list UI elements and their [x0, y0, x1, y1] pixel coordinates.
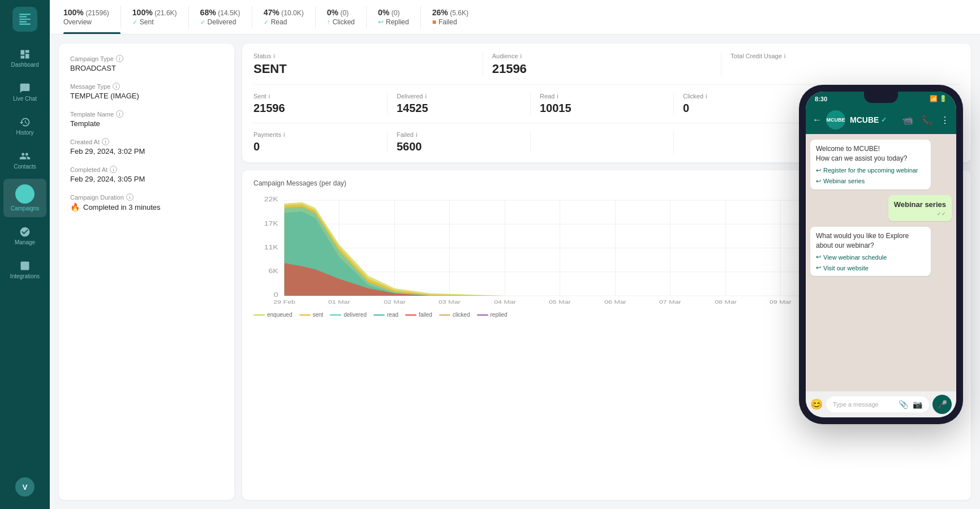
template-name-info-icon[interactable]: i: [116, 110, 123, 118]
legend-read-color: [373, 314, 385, 316]
metric-failed: Failed i 5600: [388, 131, 531, 153]
campaign-type-info-icon[interactable]: i: [116, 55, 123, 62]
phone-back-button[interactable]: ←: [813, 115, 822, 125]
clicked-value: 0: [683, 102, 807, 115]
stat-failed[interactable]: 26% (5.6K) ■ Failed: [421, 6, 480, 28]
read-label: Read: [540, 93, 555, 100]
message-type-value: TEMPLATE (IMAGE): [70, 92, 223, 100]
voice-call-icon[interactable]: 📞: [921, 115, 932, 126]
stat-read-pct: 47%: [264, 8, 280, 17]
phone-input-placeholder: Type a message: [833, 401, 894, 408]
delivered-info-icon[interactable]: i: [425, 93, 426, 100]
failed-info-icon[interactable]: i: [416, 131, 417, 138]
sidebar-item-integrations[interactable]: Integrations: [3, 255, 46, 285]
stat-read[interactable]: 47% (10.0K) ✓ Read: [252, 6, 316, 28]
sent-info-icon[interactable]: i: [269, 93, 270, 100]
stat-failed-label: Failed: [439, 18, 457, 26]
duration-info-icon[interactable]: i: [126, 193, 134, 201]
stat-delivered[interactable]: 68% (14.5K) ✓ Delivered: [189, 6, 252, 28]
credit-info-icon[interactable]: i: [784, 53, 785, 59]
completed-at-label: Completed At: [70, 166, 108, 173]
sidebar-item-label: Integrations: [10, 273, 40, 279]
sidebar-item-manage[interactable]: Manage: [3, 221, 46, 251]
chat-link-1[interactable]: Register for the upcoming webinar: [816, 167, 925, 174]
failed-label: Failed: [397, 131, 414, 138]
payments-label: Payments: [253, 131, 281, 138]
phone-inner: 8:30 📶 🔋 ← MCUBE MCUBE ✓ 📹 📞: [806, 92, 956, 417]
stat-overview[interactable]: 100% (21596) Overview: [63, 6, 121, 28]
read-info-icon[interactable]: i: [557, 93, 558, 100]
livechat-icon: [19, 83, 31, 94]
stat-replied[interactable]: 0% (0) ↩ Replied: [367, 6, 421, 28]
sidebar-item-dashboard[interactable]: Dashboard: [3, 43, 46, 74]
payments-value: 0: [253, 140, 378, 153]
phone-header: ← MCUBE MCUBE ✓ 📹 📞 ⋮: [806, 106, 956, 134]
camera-icon[interactable]: 📷: [913, 400, 922, 409]
stat-clicked-label: Clicked: [333, 18, 355, 26]
sidebar-item-history[interactable]: History: [3, 111, 46, 141]
legend-delivered-color: [330, 314, 341, 316]
integrations-icon: [19, 260, 31, 271]
failed-value: 5600: [397, 140, 521, 153]
status-info-icon[interactable]: i: [273, 53, 274, 59]
created-at-info-icon[interactable]: i: [102, 138, 109, 145]
stat-sent-pct: 100%: [132, 8, 153, 17]
logo-icon: [18, 12, 32, 27]
legend-replied: replied: [477, 312, 508, 318]
completed-at-info-icon[interactable]: i: [110, 166, 117, 173]
metric-delivered: Delivered i 14525: [388, 93, 531, 115]
payments-info-icon[interactable]: i: [283, 131, 285, 138]
stat-replied-label: Replied: [386, 18, 409, 26]
legend-enqueued: enqueued: [253, 312, 293, 318]
user-avatar[interactable]: V: [15, 477, 35, 497]
clicked-info-icon[interactable]: i: [706, 93, 707, 100]
sidebar-nav: Dashboard Live Chat History Contacts: [0, 43, 50, 477]
audience-info-icon[interactable]: i: [521, 53, 522, 59]
duration-fire-icon: 🔥: [70, 202, 80, 212]
legend-failed: failed: [405, 312, 432, 318]
verified-icon: ✓: [881, 116, 887, 124]
stat-failed-num: (5.6K): [450, 9, 468, 17]
legend-delivered: delivered: [330, 312, 367, 318]
video-call-icon[interactable]: 📹: [902, 115, 913, 126]
stat-sent[interactable]: 100% (21.6K) ✓ Sent: [121, 6, 189, 28]
mic-button[interactable]: 🎤: [932, 395, 952, 414]
phone-message-input[interactable]: Type a message 📎 📷: [826, 396, 929, 412]
metric-audience: Audience i 21596: [483, 53, 722, 76]
campaigns-icon: [20, 189, 29, 199]
metric-payments: Payments i 0: [253, 131, 388, 153]
stat-replied-num: (0): [392, 9, 400, 17]
stat-read-label: Read: [271, 18, 287, 26]
contact-avatar: MCUBE: [826, 110, 845, 130]
legend-enqueued-color: [253, 314, 265, 316]
svg-text:29 Feb: 29 Feb: [273, 299, 295, 305]
svg-text:02 Mar: 02 Mar: [384, 299, 406, 305]
chat-link-3[interactable]: View webinar schedule: [816, 253, 925, 261]
duration-label: Campaign Duration: [70, 194, 124, 201]
delivered-value: 14525: [397, 102, 521, 115]
phone-time: 8:30: [815, 96, 827, 102]
stat-clicked[interactable]: 0% (0) ↑ Clicked: [316, 6, 367, 28]
sidebar-item-label: Dashboard: [11, 62, 39, 68]
stat-overview-label: Overview: [63, 18, 92, 26]
attachment-icon[interactable]: 📎: [899, 400, 908, 409]
sidebar-item-livechat[interactable]: Live Chat: [3, 77, 46, 107]
stat-overview-num: (21596): [85, 9, 109, 17]
legend-sent: sent: [299, 312, 324, 318]
metric-sent: Sent i 21596: [253, 93, 388, 115]
metric-clicked: Clicked i 0: [674, 93, 817, 115]
sidebar-item-label: Campaigns: [11, 205, 40, 212]
emoji-icon[interactable]: 😊: [810, 398, 823, 411]
stat-sent-num: (21.6K): [154, 9, 177, 17]
sidebar-item-contacts[interactable]: Contacts: [3, 145, 46, 175]
more-options-icon[interactable]: ⋮: [940, 115, 949, 126]
legend-sent-color: [299, 314, 311, 316]
legend-replied-color: [477, 314, 488, 316]
status-label: Status: [253, 53, 271, 59]
chat-link-4[interactable]: Visit our website: [816, 264, 925, 271]
sidebar-item-label: Contacts: [14, 163, 36, 170]
sidebar-item-campaigns[interactable]: Campaigns: [3, 179, 46, 217]
chat-link-2[interactable]: Webinar series: [816, 178, 925, 185]
legend-clicked: clicked: [439, 312, 470, 318]
message-type-info-icon[interactable]: i: [113, 83, 120, 90]
